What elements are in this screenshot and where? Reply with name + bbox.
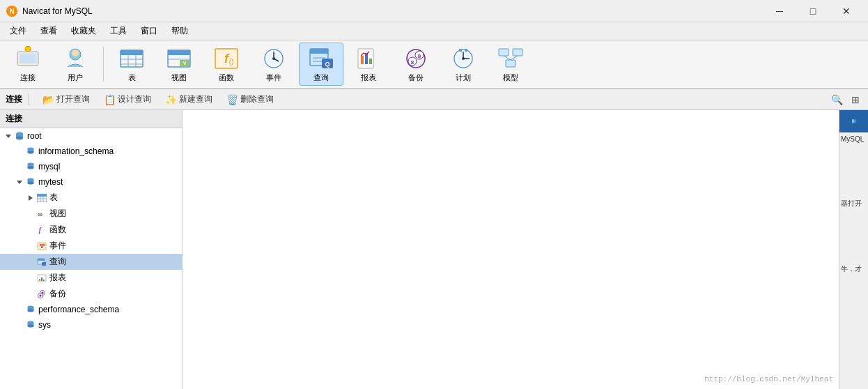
tree-icon-views: ∞ xyxy=(36,208,47,220)
tree-toggle-root[interactable] xyxy=(3,130,14,142)
event-label: 事件 xyxy=(266,73,281,83)
svg-point-64 xyxy=(28,182,34,185)
tree-item-views[interactable]: ∞ 视图 xyxy=(0,206,182,222)
svg-rect-80 xyxy=(43,280,45,281)
tree-toggle-functions[interactable] xyxy=(25,224,36,236)
content-area: http://blog.csdn.net/Mylheat xyxy=(183,110,839,389)
report-label: 报表 xyxy=(361,73,376,83)
svg-text:8: 8 xyxy=(411,59,414,66)
right-panel-label: ≡ xyxy=(850,119,858,123)
tree-label-queries: 查询 xyxy=(49,256,66,268)
schedule-label: 计划 xyxy=(456,73,471,83)
tree-toggle-events[interactable] xyxy=(25,241,36,252)
tree-toggle-performance-schema[interactable] xyxy=(14,304,25,315)
right-panel: ≡ MySQL 器打开 牛，才 xyxy=(839,110,868,389)
tree-icon-tables xyxy=(36,192,47,204)
close-button[interactable]: ✕ xyxy=(830,0,862,22)
tree-item-root[interactable]: root xyxy=(0,128,182,144)
connect-icon xyxy=(14,46,42,71)
delete-query-button[interactable]: 🗑️ 删除查询 xyxy=(221,92,279,107)
toolbar-connect[interactable]: 连接 xyxy=(6,43,50,86)
open-query-button[interactable]: 📂 打开查询 xyxy=(37,92,95,107)
tree-toggle-sys[interactable] xyxy=(14,319,25,330)
toolbar-event[interactable]: 事件 xyxy=(251,43,296,86)
tree-toggle-mytest[interactable] xyxy=(14,176,25,188)
tree-label-events: 事件 xyxy=(49,240,66,252)
toolbar-user[interactable]: 用户 xyxy=(53,43,98,86)
maximize-button[interactable]: □ xyxy=(797,0,829,22)
toolbar-model[interactable]: 模型 xyxy=(488,43,533,86)
tree-icon-events: 📅 xyxy=(36,241,47,252)
menu-file[interactable]: 文件 xyxy=(3,24,33,38)
toolbar-report[interactable]: 报表 xyxy=(346,43,391,86)
toolbar-function[interactable]: f () 函数 xyxy=(204,43,249,86)
connect-label: 连接 xyxy=(20,73,36,83)
tree-toggle-reports[interactable] xyxy=(25,273,36,284)
tree-item-information-schema[interactable]: information_schema xyxy=(0,144,182,159)
tree-toggle-tables[interactable] xyxy=(25,192,36,204)
tree-item-functions[interactable]: ƒ 函数 xyxy=(0,222,182,238)
tree-toggle-mysql[interactable] xyxy=(14,161,25,172)
menu-favorites[interactable]: 收藏夹 xyxy=(64,24,103,38)
toolbar-schedule[interactable]: 计划 xyxy=(441,43,486,86)
tree-label-reports: 报表 xyxy=(49,272,66,284)
tree-icon-root xyxy=(14,130,25,142)
action-bar: 连接 📂 打开查询 📋 设计查询 ✨ 新建查询 🗑️ 删除查询 🔍 ⊞ xyxy=(0,89,868,110)
menu-help[interactable]: 帮助 xyxy=(164,24,195,38)
tree-label-root: root xyxy=(27,131,42,141)
toolbar-query[interactable]: Q 查询 xyxy=(299,43,343,86)
tree-item-performance-schema[interactable]: performance_schema xyxy=(0,302,182,317)
watermark: http://blog.csdn.net/Mylheat xyxy=(704,375,833,383)
toolbar-view[interactable]: V 视图 xyxy=(157,43,201,86)
filter-icon[interactable]: ⊞ xyxy=(848,93,862,107)
window-title: Navicat for MySQL xyxy=(22,6,764,16)
view-icon: V xyxy=(165,46,193,71)
new-query-button[interactable]: ✨ 新建查询 xyxy=(160,92,218,107)
svg-point-25 xyxy=(272,57,275,60)
menu-window[interactable]: 窗口 xyxy=(134,24,164,38)
tree-item-mytest[interactable]: mytest xyxy=(0,174,182,190)
tree-toggle-queries[interactable] xyxy=(25,257,36,268)
tree-icon-backups xyxy=(36,289,47,300)
tree-label-performance-schema: performance_schema xyxy=(38,305,119,314)
sidebar: 连接 root xyxy=(0,110,183,389)
svg-point-55 xyxy=(16,137,23,140)
menu-tools[interactable]: 工具 xyxy=(103,24,134,38)
schedule-icon xyxy=(449,46,477,71)
tree-item-reports[interactable]: 报表 xyxy=(0,270,182,286)
model-label: 模型 xyxy=(503,73,518,83)
tree-item-mysql[interactable]: mysql xyxy=(0,159,182,174)
tree-item-backups[interactable]: 备份 xyxy=(0,286,182,302)
svg-rect-49 xyxy=(513,49,522,56)
tree-item-events[interactable]: 📅 事件 xyxy=(0,238,182,254)
svg-rect-75 xyxy=(38,259,45,261)
tree-toggle-views[interactable] xyxy=(25,208,36,220)
minimize-button[interactable]: ─ xyxy=(764,0,796,22)
tree-toggle-information-schema[interactable] xyxy=(14,146,25,157)
search-icon[interactable]: 🔍 xyxy=(828,93,846,107)
tree-label-backups: 备份 xyxy=(49,288,66,300)
svg-text:📅: 📅 xyxy=(39,243,45,250)
tree-item-sys[interactable]: sys xyxy=(0,317,182,333)
design-query-icon: 📋 xyxy=(104,94,116,105)
svg-point-87 xyxy=(28,310,34,312)
svg-rect-14 xyxy=(168,50,190,55)
design-query-button[interactable]: 📋 设计查询 xyxy=(98,92,157,107)
right-panel-text: MySQL 器打开 牛，才 xyxy=(839,132,868,277)
toolbar-backup[interactable]: 8 8 备份 xyxy=(394,43,438,86)
open-query-label: 打开查询 xyxy=(56,93,90,105)
tree-label-functions: 函数 xyxy=(49,224,66,236)
action-bar-right: 🔍 ⊞ xyxy=(828,93,862,107)
tree-item-tables[interactable]: 表 xyxy=(0,190,182,206)
tree-label-mytest: mytest xyxy=(38,177,63,187)
menu-view[interactable]: 查看 xyxy=(33,24,64,38)
toolbar-table[interactable]: 表 xyxy=(109,43,154,86)
tree-item-queries[interactable]: 查询 xyxy=(0,254,182,270)
tree-label-views: 视图 xyxy=(49,208,66,220)
tree-toggle-backups[interactable] xyxy=(25,289,36,300)
tree-icon-performance-schema xyxy=(25,304,36,315)
table-icon xyxy=(118,46,146,71)
view-label: 视图 xyxy=(171,73,187,83)
tree-label-information-schema: information_schema xyxy=(38,146,114,156)
right-panel-top[interactable]: ≡ xyxy=(839,110,868,132)
